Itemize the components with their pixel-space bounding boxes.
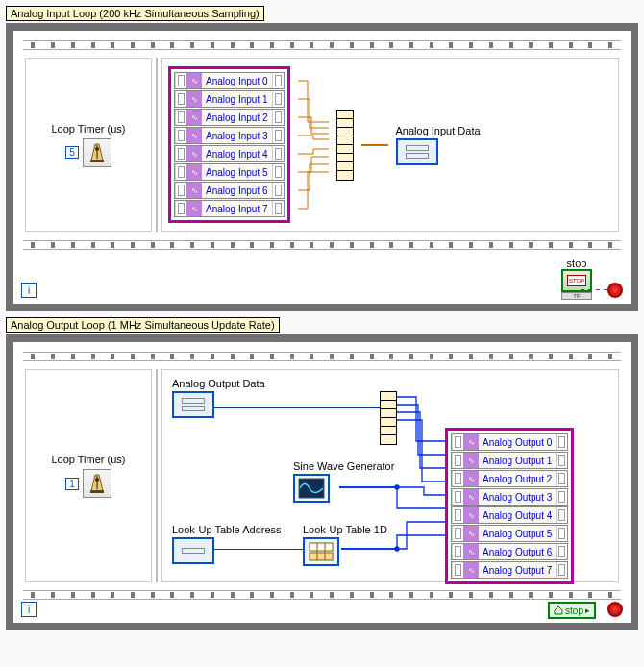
analog-input-channel[interactable]: ∿Analog Input 1 xyxy=(174,90,285,108)
analog-input-channel[interactable]: ∿Analog Input 3 xyxy=(174,127,285,144)
svg-rect-7 xyxy=(299,479,324,498)
output-while-loop: Loop Timer (us) 1 Analog Output Data xyxy=(6,334,638,630)
input-sequence-structure: Loop Timer (us) 5 ∿Analog Input 0 ∿Analo… xyxy=(23,40,621,250)
metronome-icon xyxy=(83,469,111,498)
input-frame-0: Loop Timer (us) 5 xyxy=(25,58,152,232)
metronome-icon xyxy=(83,138,111,167)
analog-input-loop-section: Analog Input Loop (200 kHz Simultaneous … xyxy=(6,6,638,311)
analog-output-data-control[interactable] xyxy=(172,391,214,418)
svg-rect-9 xyxy=(310,553,333,560)
build-array-node xyxy=(336,110,354,181)
loop-condition-terminal[interactable] xyxy=(607,283,623,298)
analog-input-channel[interactable]: ∿Analog Input 2 xyxy=(174,109,285,126)
lut-1d-node[interactable] xyxy=(303,537,339,566)
loop-timer-constant[interactable]: 5 xyxy=(65,146,79,159)
output-loop-title: Analog Output Loop (1 MHz Simultaneous U… xyxy=(6,317,280,333)
analog-output-cluster: ∿Analog Output 0 ∿Analog Output 1 ∿Analo… xyxy=(445,428,574,584)
svg-rect-8 xyxy=(310,543,333,551)
svg-point-12 xyxy=(395,485,399,489)
loop-timer-label: Loop Timer (us) xyxy=(51,454,125,465)
analog-output-channel[interactable]: ∿Analog Output 3 xyxy=(451,488,568,506)
analog-output-channel[interactable]: ∿Analog Output 7 xyxy=(451,561,568,579)
analog-output-channel[interactable]: ∿Analog Output 0 xyxy=(451,433,568,451)
loop-condition-terminal[interactable] xyxy=(607,602,623,617)
stop-wire xyxy=(581,289,609,290)
output-sequence-structure: Loop Timer (us) 1 Analog Output Data xyxy=(23,352,621,600)
analog-input-channel[interactable]: ∿Analog Input 0 xyxy=(174,72,285,89)
analog-output-channel[interactable]: ∿Analog Output 6 xyxy=(451,543,568,560)
loop-timer-constant[interactable]: 1 xyxy=(65,478,79,490)
svg-rect-6 xyxy=(90,490,104,493)
analog-input-channel[interactable]: ∿Analog Input 5 xyxy=(174,163,285,181)
home-icon xyxy=(554,605,563,615)
output-frame-1: Analog Output Data Sine Wave Generator xyxy=(161,369,619,582)
lut-address-label: Look-Up Table Address xyxy=(172,524,282,535)
stop-control-group: stop STOP TF xyxy=(561,258,592,300)
output-frame-0: Loop Timer (us) 1 xyxy=(25,369,152,582)
svg-point-1 xyxy=(95,147,99,151)
stop-button[interactable]: stop ▸ xyxy=(548,602,596,619)
input-loop-title: Analog Input Loop (200 kHz Simultaneous … xyxy=(6,6,264,21)
analog-input-cluster: ∿Analog Input 0 ∿Analog Input 1 ∿Analog … xyxy=(168,66,290,223)
svg-rect-2 xyxy=(90,160,104,162)
svg-point-5 xyxy=(95,478,99,482)
stop-label: stop xyxy=(567,258,587,269)
loop-iteration-terminal: i xyxy=(21,283,37,298)
analog-output-channel[interactable]: ∿Analog Output 2 xyxy=(451,470,568,487)
analog-input-channel[interactable]: ∿Analog Input 7 xyxy=(174,200,285,217)
input-wires xyxy=(298,72,329,218)
stop-tf-indicator: TF xyxy=(561,292,592,300)
analog-output-channel[interactable]: ∿Analog Output 1 xyxy=(451,452,568,469)
svg-point-13 xyxy=(395,547,399,551)
analog-input-data-indicator[interactable] xyxy=(396,138,438,165)
input-while-loop: Loop Timer (us) 5 ∿Analog Input 0 ∿Analo… xyxy=(6,23,638,311)
analog-output-channel[interactable]: ∿Analog Output 4 xyxy=(451,506,568,524)
output-wires xyxy=(339,391,445,583)
loop-iteration-terminal: i xyxy=(21,602,37,617)
analog-input-channel[interactable]: ∿Analog Input 6 xyxy=(174,182,285,199)
analog-output-data-label: Analog Output Data xyxy=(172,378,265,389)
analog-input-data-label: Analog Input Data xyxy=(396,125,481,136)
sine-wave-generator-node[interactable] xyxy=(293,474,330,503)
input-frame-1: ∿Analog Input 0 ∿Analog Input 1 ∿Analog … xyxy=(161,58,619,232)
wire xyxy=(361,136,388,155)
analog-output-channel[interactable]: ∿Analog Output 5 xyxy=(451,525,568,542)
lut-address-control[interactable] xyxy=(172,537,214,564)
analog-input-channel[interactable]: ∿Analog Input 4 xyxy=(174,145,285,162)
stop-label: stop xyxy=(565,605,583,616)
loop-timer-label: Loop Timer (us) xyxy=(51,123,125,135)
analog-output-loop-section: Analog Output Loop (1 MHz Simultaneous U… xyxy=(6,317,638,630)
